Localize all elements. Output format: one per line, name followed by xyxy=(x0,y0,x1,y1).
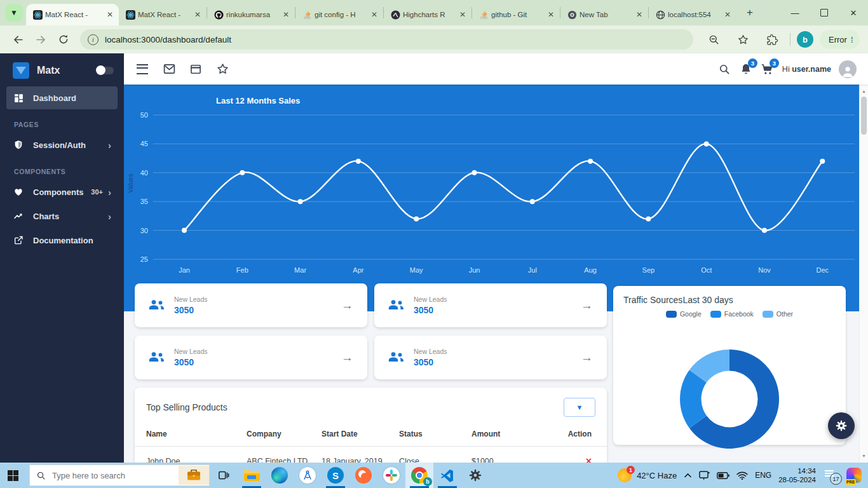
sidebar-mode-toggle[interactable] xyxy=(97,67,114,74)
wifi-icon[interactable] xyxy=(736,471,748,480)
stat-card-new-leads-2[interactable]: New Leads 3050 → xyxy=(374,283,607,327)
stat-card-new-leads-4[interactable]: New Leads 3050 → xyxy=(374,336,607,379)
sidebar-item-components[interactable]: Components 30+ › xyxy=(6,180,118,203)
tab-close-icon[interactable]: ✕ xyxy=(281,10,291,20)
tab-close-icon[interactable]: ✕ xyxy=(105,10,115,20)
menu-hamburger-icon[interactable] xyxy=(135,62,149,76)
delete-x-icon[interactable]: × xyxy=(586,456,592,463)
arrow-right-icon[interactable]: → xyxy=(581,299,593,313)
column-header: Company xyxy=(247,423,322,447)
arrow-right-icon[interactable]: → xyxy=(581,351,593,365)
traffic-donut-chart xyxy=(613,318,846,455)
scroll-up-icon[interactable]: ▲ xyxy=(862,89,866,93)
trending-up-icon xyxy=(13,210,24,222)
error-menu-button[interactable]: Error ⁞ xyxy=(820,30,860,49)
tab-close-icon[interactable]: ✕ xyxy=(634,10,644,20)
window-restore-button[interactable] xyxy=(810,0,839,25)
new-tab-button[interactable]: + xyxy=(742,4,758,21)
react-favicon xyxy=(125,10,135,20)
taskbar-clock[interactable]: 14:34 28-05-2024 xyxy=(778,466,816,484)
language-indicator[interactable]: ENG xyxy=(755,471,771,480)
tab-matx-react-1[interactable]: MatX React - ✕ xyxy=(26,4,119,25)
legend-item-other[interactable]: Other xyxy=(763,310,793,318)
stat-card-new-leads-3[interactable]: New Leads 3050 → xyxy=(135,336,367,379)
task-view-button[interactable] xyxy=(210,463,238,488)
sidebar-item-charts[interactable]: Charts › xyxy=(6,205,118,227)
error-label: Error xyxy=(829,35,847,44)
window-minimize-button[interactable]: — xyxy=(780,0,810,25)
tab-matx-react-2[interactable]: MatX React - ✕ xyxy=(119,4,207,25)
tab-title: github - Git xyxy=(491,11,543,18)
tab-github-profile[interactable]: rinkukumarsa ✕ xyxy=(207,4,295,25)
tab-close-icon[interactable]: ✕ xyxy=(458,10,468,20)
arrow-right-icon[interactable]: → xyxy=(341,299,353,313)
settings-fab-button[interactable] xyxy=(828,412,855,439)
copilot-pre-tag: PRE xyxy=(845,479,856,485)
sidebar-item-dashboard[interactable]: Dashboard xyxy=(6,86,118,109)
fullscreen-window-icon[interactable] xyxy=(189,62,203,76)
tab-close-icon[interactable]: ✕ xyxy=(546,10,556,20)
taskbar-skype[interactable]: S xyxy=(322,463,349,488)
tab-search-chevron-icon[interactable]: ▼ xyxy=(5,4,23,22)
chevron-up-icon[interactable] xyxy=(684,473,692,478)
bookmark-star-icon[interactable] xyxy=(733,30,752,49)
mail-icon[interactable] xyxy=(162,62,176,76)
battery-icon[interactable] xyxy=(717,472,729,479)
taskbar-settings[interactable] xyxy=(461,463,489,488)
taskbar-file-explorer[interactable] xyxy=(238,463,266,488)
taskbar-postman[interactable] xyxy=(349,463,377,488)
legend-item-google[interactable]: Google xyxy=(666,310,702,318)
address-bar[interactable]: i localhost:3000/dashboard/default xyxy=(80,29,693,50)
cart-button[interactable]: 3 xyxy=(761,62,775,76)
back-icon[interactable] xyxy=(8,30,27,49)
scroll-down-icon[interactable]: ▼ xyxy=(862,454,866,458)
tab-close-icon[interactable]: ✕ xyxy=(369,10,379,20)
sidebar-item-documentation[interactable]: Documentation xyxy=(6,229,118,252)
search-icon[interactable] xyxy=(717,62,731,76)
stat-card-value: 3050 xyxy=(174,305,208,315)
tab-localhost[interactable]: localhost:554 ✕ xyxy=(649,4,736,25)
tab-title: Highcharts R xyxy=(403,11,455,18)
star-icon[interactable] xyxy=(215,62,229,76)
cell-status: Close xyxy=(399,447,471,463)
user-avatar[interactable] xyxy=(839,60,857,78)
taskbar-vscode[interactable] xyxy=(433,463,461,488)
legend-item-facebook[interactable]: Facebook xyxy=(710,310,754,318)
extensions-icon[interactable] xyxy=(763,30,782,49)
arrow-right-icon[interactable]: → xyxy=(341,351,353,365)
browser-profile-avatar[interactable]: b xyxy=(797,31,813,48)
scrollbar-thumb[interactable] xyxy=(861,97,867,135)
stat-card-new-leads-1[interactable]: New Leads 3050 → xyxy=(135,283,367,327)
people-icon xyxy=(149,351,166,364)
tab-close-icon[interactable]: ✕ xyxy=(193,10,203,20)
taskbar-search-box[interactable] xyxy=(29,464,210,486)
taskbar-chrome[interactable]: b xyxy=(405,463,433,488)
page-scrollbar[interactable]: ▲ ▼ xyxy=(859,85,868,463)
sidebar-item-label: Charts xyxy=(33,212,108,221)
cast-screen-icon[interactable] xyxy=(699,471,710,480)
taskbar-search-input[interactable] xyxy=(51,470,179,481)
briefcase-zone[interactable] xyxy=(179,466,209,485)
forward-icon[interactable] xyxy=(31,30,50,49)
tab-new-tab[interactable]: New Tab ✕ xyxy=(560,4,648,25)
tab-close-icon[interactable]: ✕ xyxy=(722,10,733,20)
notification-center-button[interactable]: 17 xyxy=(823,468,839,483)
window-close-button[interactable]: ✕ xyxy=(839,0,868,25)
sidebar-item-session-auth[interactable]: Session/Auth › xyxy=(6,133,118,156)
tab-github-git[interactable]: github - Git ✕ xyxy=(472,4,560,25)
taskbar-weather[interactable]: 1 42°C Haze xyxy=(618,468,677,482)
tab-highcharts[interactable]: Highcharts R ✕ xyxy=(384,4,471,25)
zoom-out-icon[interactable] xyxy=(704,30,723,49)
notifications-bell-button[interactable]: 3 xyxy=(739,62,753,76)
tab-git-config[interactable]: git config - H ✕ xyxy=(295,4,383,25)
taskbar-drawing-app[interactable] xyxy=(294,463,322,488)
table-filter-dropdown[interactable]: ▼ xyxy=(564,398,595,417)
taskbar-edge[interactable] xyxy=(266,463,294,488)
site-info-icon[interactable]: i xyxy=(88,34,98,45)
reload-icon[interactable] xyxy=(54,30,73,49)
sidebar: Matx Dashboard PAGES Session/Auth › COMP… xyxy=(0,53,124,463)
copilot-icon[interactable]: PRE xyxy=(846,468,862,483)
start-button[interactable] xyxy=(0,463,25,488)
url-text: localhost:3000/dashboard/default xyxy=(105,35,231,44)
taskbar-slack[interactable] xyxy=(377,463,405,488)
